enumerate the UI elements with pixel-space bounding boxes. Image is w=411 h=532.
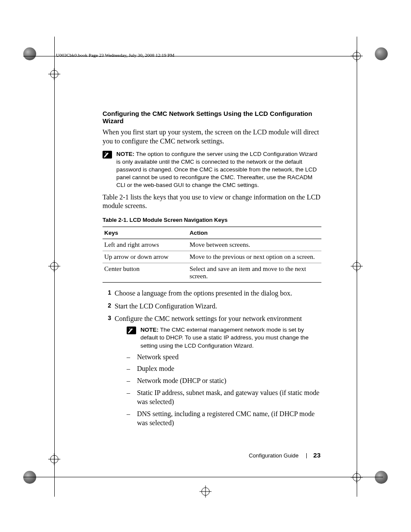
- table-header-row: Keys Action: [103, 227, 321, 239]
- step-item: Configure the CMC network settings for y…: [103, 314, 321, 427]
- page-header-metadata: U003Cbk0.book Page 23 Wednesday, July 30…: [56, 53, 174, 58]
- note-block: NOTE: The CMC external management networ…: [127, 326, 321, 350]
- crop-ball-icon: [375, 471, 388, 484]
- crop-line-icon: [23, 477, 383, 477]
- steps-list: Choose a language from the options prese…: [103, 289, 321, 428]
- note-text: NOTE: The CMC external management networ…: [140, 326, 321, 350]
- table-header-action: Action: [188, 227, 321, 239]
- dash-list: Network speed Duplex mode Network mode (…: [127, 352, 321, 428]
- note-label: NOTE:: [140, 327, 159, 333]
- navigation-keys-table: Keys Action Left and right arrows Move b…: [103, 227, 321, 283]
- footer-separator-icon: [306, 453, 307, 458]
- list-item: Network mode (DHCP or static): [127, 376, 321, 386]
- body-paragraph: Table 2-1 lists the keys that you use to…: [103, 193, 321, 211]
- crop-line-icon: [54, 37, 55, 497]
- note-body: The option to configure the server using…: [116, 151, 317, 189]
- list-item: DNS setting, including a registered CMC …: [127, 409, 321, 428]
- crop-ball-icon: [375, 47, 388, 60]
- table-row: Left and right arrows Move between scree…: [103, 239, 321, 251]
- table-row: Center button Select and save an item an…: [103, 263, 321, 283]
- table-header-keys: Keys: [103, 227, 188, 239]
- page-footer: Configuration Guide 23: [249, 451, 321, 459]
- table-cell-action: Move between screens.: [188, 239, 321, 251]
- footer-title: Configuration Guide: [249, 452, 299, 459]
- table-cell-keys: Up arrow or down arrow: [103, 251, 188, 263]
- note-block: NOTE: The option to configure the server…: [103, 150, 321, 190]
- table-cell-keys: Center button: [103, 263, 188, 283]
- list-item: Duplex mode: [127, 364, 321, 373]
- registration-mark-icon: [199, 485, 212, 499]
- table-row: Up arrow or down arrow Move to the previ…: [103, 251, 321, 263]
- list-item: Network speed: [127, 352, 321, 362]
- page-number: 23: [313, 451, 321, 459]
- list-item: Static IP address, subnet mask, and gate…: [127, 388, 321, 407]
- note-body: The CMC external management network mode…: [140, 327, 308, 348]
- section-heading: Configuring the CMC Network Settings Usi…: [103, 110, 321, 124]
- note-icon: [127, 327, 136, 337]
- crop-line-icon: [357, 37, 357, 497]
- note-icon: [103, 151, 112, 160]
- table-cell-keys: Left and right arrows: [103, 239, 188, 251]
- table-caption: Table 2-1. LCD Module Screen Navigation …: [103, 217, 321, 223]
- table-cell-action: Move to the previous or next option on a…: [188, 251, 321, 263]
- crop-ball-icon: [23, 471, 36, 484]
- step-item: Start the LCD Configuration Wizard.: [103, 302, 321, 311]
- step-text: Configure the CMC network settings for y…: [115, 315, 302, 322]
- table-cell-action: Select and save an item and move to the …: [188, 263, 321, 283]
- note-label: NOTE:: [116, 151, 134, 157]
- crop-ball-icon: [23, 47, 36, 60]
- note-text: NOTE: The option to configure the server…: [116, 150, 321, 190]
- page-content: Configuring the CMC Network Settings Usi…: [103, 110, 321, 431]
- step-item: Choose a language from the options prese…: [103, 289, 321, 298]
- intro-paragraph: When you first start up your system, the…: [103, 128, 321, 146]
